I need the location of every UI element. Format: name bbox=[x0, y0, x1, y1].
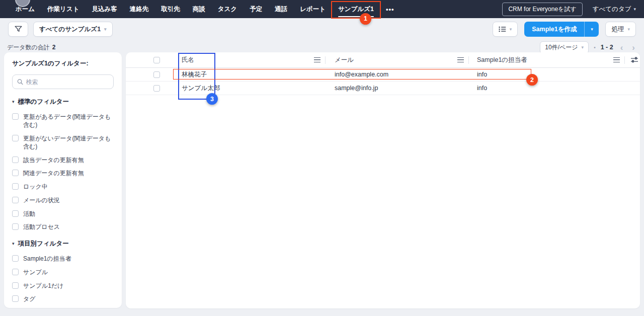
crm-for-everyone-button[interactable]: CRM for Everyoneを試す bbox=[502, 3, 582, 16]
all-tabs-label: すべてのタブ bbox=[593, 5, 631, 14]
nav-right: CRM for Everyoneを試す すべてのタブ ▾ bbox=[502, 3, 636, 16]
sidebar-search[interactable] bbox=[12, 74, 114, 89]
page-size-label: 10件/ページ bbox=[545, 43, 578, 52]
filter-label: メールの状況 bbox=[23, 196, 60, 204]
nav-tabs: ホーム 作業リスト 見込み客 連絡先 取引先 商談 タスク 予定 通話 レポート… bbox=[13, 3, 396, 16]
filter-item-untouched-records[interactable]: 更新がないデータ(関連データも含む) bbox=[12, 134, 114, 150]
nav-tab-contacts[interactable]: 連絡先 bbox=[127, 3, 151, 16]
record-email: sample@info.jp bbox=[335, 85, 378, 92]
search-icon bbox=[17, 78, 23, 85]
sidebar-title: サンプルズ1のフィルター: bbox=[12, 59, 114, 68]
checkbox[interactable] bbox=[12, 269, 19, 275]
total-records-label: データ数の合計 bbox=[7, 43, 50, 52]
select-all-checkbox[interactable] bbox=[153, 57, 160, 63]
annotation-rect-2-first-row bbox=[173, 69, 531, 80]
prev-page-arrow[interactable]: ‹ bbox=[618, 43, 625, 52]
standard-filters-section-header[interactable]: ▾ 標準のフィルター bbox=[12, 98, 114, 106]
chevron-down-icon: ▾ bbox=[633, 7, 636, 12]
chevron-down-icon: ▾ bbox=[104, 27, 107, 32]
nav-tab-meetings[interactable]: 予定 bbox=[247, 3, 265, 16]
actions-dropdown[interactable]: 処理 ▾ bbox=[605, 22, 636, 37]
list-view-icon bbox=[499, 26, 506, 32]
nav-tab-reports[interactable]: レポート bbox=[297, 3, 328, 16]
header-email[interactable]: メール bbox=[330, 56, 473, 64]
filter-item-sample1-owner[interactable]: Sample1の担当者 bbox=[12, 255, 114, 263]
filter-item-touched-records[interactable]: 更新があるデータ(関連データも含む) bbox=[12, 113, 114, 129]
filter-item-email-status[interactable]: メールの状況 bbox=[12, 196, 114, 204]
nav-more-icon[interactable]: ••• bbox=[384, 6, 396, 13]
column-menu-icon[interactable] bbox=[314, 57, 320, 62]
top-nav: ホーム 作業リスト 見込み客 連絡先 取引先 商談 タスク 予定 通話 レポート… bbox=[0, 0, 644, 18]
checkbox[interactable] bbox=[12, 183, 19, 190]
header-tools-cell bbox=[629, 57, 640, 63]
nav-tab-tasks[interactable]: タスク bbox=[215, 3, 239, 16]
annotation-marker-1: 1 bbox=[360, 13, 371, 25]
section-label: 標準のフィルター bbox=[18, 98, 69, 106]
checkbox[interactable] bbox=[12, 295, 19, 302]
filter-item-tag[interactable]: タグ bbox=[12, 295, 114, 303]
total-records-count: 2 bbox=[52, 44, 56, 51]
cell-email[interactable]: sample@info.jp bbox=[330, 85, 473, 92]
filter-item-sample[interactable]: サンプル bbox=[12, 268, 114, 276]
record-owner: info bbox=[477, 85, 487, 92]
nav-tab-calls[interactable]: 通話 bbox=[272, 3, 290, 16]
filter-item-activities[interactable]: 活動 bbox=[12, 210, 114, 218]
column-menu-icon[interactable] bbox=[457, 57, 464, 62]
next-page-arrow[interactable]: › bbox=[630, 43, 637, 52]
filter-item-record-action[interactable]: 該当データの更新有無 bbox=[12, 156, 114, 164]
triangle-down-icon: ▾ bbox=[12, 242, 15, 246]
view-selector-dropdown[interactable]: すべてのサンプルズ1 ▾ bbox=[33, 22, 113, 37]
filter-item-related-records-action[interactable]: 関連データの更新有無 bbox=[12, 169, 114, 177]
actions-label: 処理 bbox=[611, 25, 624, 34]
nav-tab-worklist[interactable]: 作業リスト bbox=[45, 3, 82, 16]
pagination-dot: • bbox=[594, 45, 596, 50]
chevron-down-icon: ▾ bbox=[591, 27, 593, 32]
funnel-icon bbox=[15, 26, 22, 33]
checkbox[interactable] bbox=[12, 282, 19, 289]
header-checkbox-cell bbox=[126, 56, 179, 63]
create-sample1-dropdown[interactable]: ▾ bbox=[585, 22, 599, 37]
nav-tab-deals[interactable]: 商談 bbox=[190, 3, 208, 16]
column-settings-icon[interactable] bbox=[631, 57, 638, 63]
search-input[interactable] bbox=[26, 78, 109, 86]
checkbox[interactable] bbox=[12, 113, 19, 120]
checkbox[interactable] bbox=[12, 156, 19, 163]
filter-sidebar: サンプルズ1のフィルター: ▾ 標準のフィルター 更新があるデータ(関連データも… bbox=[4, 52, 122, 308]
checkbox[interactable] bbox=[12, 170, 19, 176]
filter-item-locked[interactable]: ロック中 bbox=[12, 183, 114, 191]
checkbox[interactable] bbox=[12, 255, 19, 262]
filter-item-activity-process[interactable]: 活動プロセス bbox=[12, 223, 114, 231]
filter-label: 更新があるデータ(関連データも含む) bbox=[23, 113, 114, 129]
annotation-marker-3: 3 bbox=[206, 93, 218, 105]
all-tabs-dropdown[interactable]: すべてのタブ ▾ bbox=[593, 5, 636, 14]
filter-item-sample1-only[interactable]: サンプル1だけ bbox=[12, 282, 114, 290]
row-checkbox[interactable] bbox=[153, 85, 160, 92]
column-label: Sample1の担当者 bbox=[477, 56, 527, 64]
cell-owner[interactable]: info bbox=[473, 85, 629, 92]
row-checkbox[interactable] bbox=[153, 71, 160, 78]
create-sample1-button[interactable]: Sample1を作成 bbox=[524, 22, 585, 37]
filter-button[interactable] bbox=[8, 22, 28, 37]
column-divider bbox=[624, 56, 625, 64]
column-divider bbox=[468, 56, 469, 64]
nav-tab-leads[interactable]: 見込み客 bbox=[89, 3, 119, 16]
column-divider bbox=[325, 56, 326, 64]
nav-tab-samples1-active[interactable]: サンプルズ1 1 bbox=[336, 3, 376, 16]
checkbox[interactable] bbox=[12, 135, 19, 141]
nav-tab-accounts[interactable]: 取引先 bbox=[158, 3, 183, 16]
annotation-marker-2: 2 bbox=[526, 74, 538, 86]
checkbox[interactable] bbox=[12, 223, 19, 230]
filter-label: 該当データの更新有無 bbox=[23, 156, 84, 164]
row-checkbox-cell bbox=[126, 71, 179, 78]
checkbox[interactable] bbox=[12, 210, 19, 217]
header-owner[interactable]: Sample1の担当者 bbox=[473, 56, 629, 64]
create-sample1-split-button: Sample1を作成 ▾ bbox=[524, 22, 599, 37]
filter-label: 活動 bbox=[23, 210, 35, 218]
annotation-rect-1 bbox=[331, 1, 381, 19]
filter-label: 活動プロセス bbox=[23, 223, 60, 231]
page-size-dropdown[interactable]: 10件/ページ ▾ bbox=[540, 41, 589, 54]
checkbox[interactable] bbox=[12, 197, 19, 203]
list-view-dropdown[interactable]: ▾ bbox=[493, 22, 518, 37]
field-filters-section-header[interactable]: ▾ 項目別フィルター bbox=[12, 240, 114, 248]
column-menu-icon[interactable] bbox=[613, 57, 620, 62]
